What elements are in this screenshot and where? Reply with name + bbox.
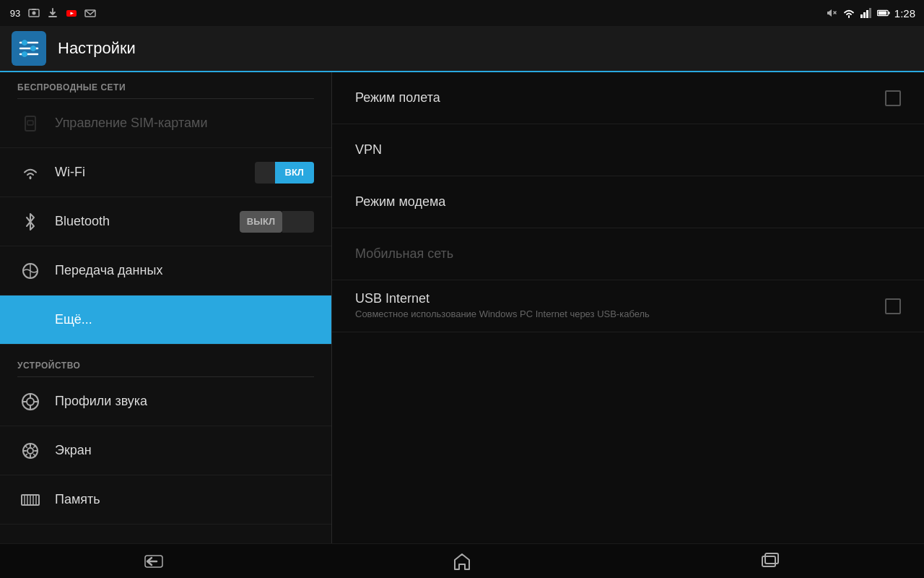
svg-point-20 bbox=[22, 52, 27, 57]
data-icon bbox=[17, 258, 43, 284]
screen-icon bbox=[17, 438, 43, 464]
sidebar-item-screen-label: Экран bbox=[55, 443, 314, 458]
right-panel: Режим полета VPN Режим модема Мобильная … bbox=[332, 72, 924, 543]
sidebar: БЕСПРОВОДНЫЕ СЕТИ Управление SIM-картами bbox=[0, 72, 332, 543]
section-header-device: УСТРОЙСТВО bbox=[0, 350, 331, 376]
sidebar-item-sim-label: Управление SIM-картами bbox=[55, 116, 314, 131]
svg-point-33 bbox=[27, 448, 33, 454]
svg-rect-21 bbox=[25, 116, 35, 131]
wifi-toggle-on[interactable]: ВКЛ bbox=[275, 162, 314, 184]
home-button[interactable] bbox=[433, 547, 491, 576]
photo-icon bbox=[27, 7, 40, 20]
wifi-status-icon bbox=[842, 7, 855, 20]
right-item-airplane[interactable]: Режим полета bbox=[332, 72, 924, 124]
svg-point-27 bbox=[27, 398, 34, 405]
download-icon bbox=[46, 7, 59, 20]
svg-rect-10 bbox=[866, 10, 868, 18]
svg-point-19 bbox=[31, 46, 36, 51]
youtube-icon bbox=[65, 7, 78, 20]
airplane-content: Режим полета bbox=[355, 90, 885, 105]
page-title: Настройки bbox=[58, 39, 136, 58]
title-bar: Настройки bbox=[0, 26, 924, 72]
right-item-mobile: Мобильная сеть bbox=[332, 228, 924, 280]
svg-rect-42 bbox=[765, 553, 778, 564]
status-icons-right: 1:28 bbox=[825, 7, 915, 20]
settings-app-icon bbox=[12, 31, 46, 66]
sidebar-item-sound-label: Профили звука bbox=[55, 394, 314, 409]
sidebar-item-wifi-label: Wi-Fi bbox=[55, 165, 255, 180]
sidebar-item-wifi[interactable]: Wi-Fi ВКЛ bbox=[0, 148, 331, 197]
nav-bar bbox=[0, 543, 924, 578]
svg-rect-2 bbox=[32, 9, 36, 10]
mobile-label: Мобильная сеть bbox=[355, 246, 901, 262]
memory-icon bbox=[17, 487, 43, 513]
svg-rect-11 bbox=[869, 8, 871, 18]
modem-label: Режим модема bbox=[355, 194, 901, 210]
sidebar-item-screen[interactable]: Экран bbox=[0, 426, 331, 475]
sim-icon bbox=[17, 111, 43, 137]
usb-checkbox[interactable] bbox=[885, 298, 901, 314]
svg-point-1 bbox=[32, 12, 36, 15]
bluetooth-icon bbox=[17, 209, 43, 235]
svg-rect-14 bbox=[888, 12, 889, 14]
airplane-checkbox[interactable] bbox=[885, 90, 901, 106]
time-display: 1:28 bbox=[894, 7, 915, 20]
sidebar-item-bluetooth[interactable]: Bluetooth ВЫКЛ bbox=[0, 197, 331, 246]
mobile-content: Мобильная сеть bbox=[355, 246, 901, 262]
mute-icon bbox=[825, 7, 838, 20]
sidebar-item-memory[interactable]: Память bbox=[0, 475, 331, 525]
vpn-content: VPN bbox=[355, 142, 901, 158]
signal-icon bbox=[860, 7, 873, 20]
section-header-wireless: БЕСПРОВОДНЫЕ СЕТИ bbox=[0, 72, 331, 98]
svg-rect-41 bbox=[762, 556, 775, 566]
sidebar-item-more[interactable]: Ещё... bbox=[0, 296, 331, 345]
sidebar-item-more-label: Ещё... bbox=[17, 312, 314, 327]
svg-rect-22 bbox=[27, 121, 33, 125]
vpn-label: VPN bbox=[355, 142, 901, 158]
svg-point-23 bbox=[30, 176, 32, 178]
battery-icon bbox=[877, 7, 890, 20]
wifi-icon bbox=[17, 160, 43, 186]
wifi-toggle[interactable]: ВКЛ bbox=[255, 162, 314, 184]
modem-content: Режим модема bbox=[355, 194, 901, 210]
sidebar-item-sim[interactable]: Управление SIM-картами bbox=[0, 99, 331, 148]
right-item-usb[interactable]: USB Internet Совместное использование Wi… bbox=[332, 280, 924, 332]
svg-rect-8 bbox=[860, 14, 863, 18]
airplane-label: Режим полета bbox=[355, 90, 885, 105]
bluetooth-toggle-inactive bbox=[282, 211, 314, 233]
sound-icon bbox=[17, 389, 43, 415]
right-item-modem[interactable]: Режим модема bbox=[332, 176, 924, 228]
usb-sublabel: Совместное использование Windows PC Inte… bbox=[355, 308, 885, 321]
usb-content: USB Internet Совместное использование Wi… bbox=[355, 291, 885, 321]
main-layout: БЕСПРОВОДНЫЕ СЕТИ Управление SIM-картами bbox=[0, 72, 924, 543]
status-icons-left: 93 bbox=[9, 7, 97, 20]
wifi-toggle-off[interactable] bbox=[255, 162, 275, 184]
bluetooth-toggle-off[interactable]: ВЫКЛ bbox=[240, 211, 282, 233]
right-item-vpn[interactable]: VPN bbox=[332, 124, 924, 176]
recent-button[interactable] bbox=[741, 547, 799, 576]
svg-point-18 bbox=[22, 40, 27, 46]
usb-label: USB Internet bbox=[355, 291, 885, 306]
svg-rect-9 bbox=[863, 12, 866, 18]
status-bar: 93 1:28 bbox=[0, 0, 924, 26]
sidebar-item-memory-label: Память bbox=[55, 492, 314, 507]
notification-93: 93 bbox=[9, 7, 22, 20]
sidebar-item-bluetooth-label: Bluetooth bbox=[55, 214, 240, 229]
back-button[interactable] bbox=[125, 547, 183, 576]
sidebar-item-data-label: Передача данных bbox=[55, 263, 314, 278]
svg-rect-13 bbox=[878, 12, 886, 15]
sidebar-item-data[interactable]: Передача данных bbox=[0, 246, 331, 296]
sidebar-item-sound[interactable]: Профили звука bbox=[0, 377, 331, 426]
email-icon bbox=[84, 7, 97, 20]
bluetooth-toggle[interactable]: ВЫКЛ bbox=[240, 211, 314, 233]
